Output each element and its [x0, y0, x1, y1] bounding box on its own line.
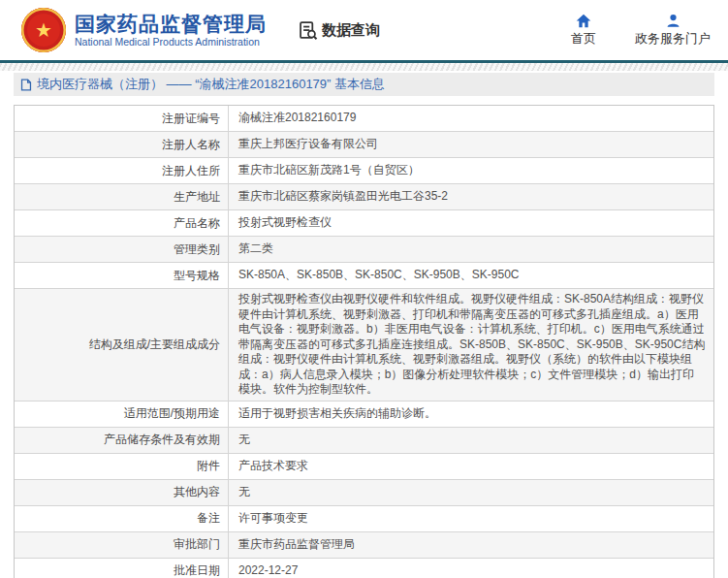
row-label: 附件 — [15, 454, 229, 479]
nav-gov-portal[interactable]: 政务服务门户 — [635, 14, 711, 48]
row-label: 结构及组成/主要组成成分 — [15, 289, 229, 401]
row-label: 生产地址 — [15, 184, 229, 209]
row-label: 管理类别 — [15, 237, 229, 262]
header-nav: 首页 政务服务门户 — [567, 14, 728, 48]
nav-gov-portal-label: 政务服务门户 — [635, 30, 711, 48]
row-label: 注册证编号 — [15, 106, 229, 131]
row-value: SK-850A、SK-850B、SK-850C、SK-950B、SK-950C — [229, 263, 713, 288]
row-value: 重庆上邦医疗设备有限公司 — [229, 132, 713, 157]
nav-home-label: 首页 — [571, 30, 596, 48]
row-value: 无 — [229, 480, 713, 505]
row-value: 重庆市北碚区新茂路1号（自贸区） — [229, 158, 713, 183]
table-row: 注册人住所重庆市北碚区新茂路1号（自贸区） — [15, 158, 713, 184]
home-icon — [576, 14, 591, 28]
registration-info-table: 注册证编号渝械注准20182160179注册人名称重庆上邦医疗设备有限公司注册人… — [14, 105, 714, 578]
table-row: 适用范围/预期用途适用于视野损害相关疾病的辅助诊断。 — [15, 401, 713, 428]
table-row: 注册证编号渝械注准20182160179 — [15, 106, 713, 132]
data-query-button[interactable]: 数据查询 — [298, 20, 380, 41]
main-content: 境内医疗器械（注册） —— “渝械注准20182160179” 基本信息 注册证… — [0, 73, 728, 578]
hatch-band — [0, 63, 728, 71]
document-icon — [20, 79, 32, 91]
table-row: 生产地址重庆市北碚区蔡家岗镇盈田光电工谷35-2 — [15, 184, 713, 210]
row-label: 产品名称 — [15, 210, 229, 236]
breadcrumb: 境内医疗器械（注册） —— “渝械注准20182160179” 基本信息 — [14, 73, 714, 96]
row-label: 适用范围/预期用途 — [15, 401, 229, 427]
site-header: ★ 国家药品监督管理局 National Medical Products Ad… — [0, 0, 728, 60]
nav-home[interactable]: 首页 — [567, 14, 600, 48]
row-label: 产品储存条件及有效期 — [15, 428, 229, 453]
table-row: 型号规格SK-850A、SK-850B、SK-850C、SK-950B、SK-9… — [15, 263, 713, 289]
row-label: 注册人住所 — [15, 158, 229, 183]
table-row: 其他内容无 — [15, 480, 713, 506]
site-subtitle: National Medical Products Administration — [75, 36, 267, 48]
site-title: 国家药品监督管理局 — [75, 13, 267, 36]
row-value: 投射式视野检查仪由视野仪硬件和软件组成。视野仪硬件组成：SK-850A结构组成：… — [229, 289, 713, 401]
row-value: 重庆市北碚区蔡家岗镇盈田光电工谷35-2 — [229, 184, 713, 209]
table-row: 管理类别第二类 — [15, 237, 713, 263]
row-value: 产品技术要求 — [229, 454, 713, 479]
row-value: 许可事项变更 — [229, 506, 713, 531]
row-value: 适用于视野损害相关疾病的辅助诊断。 — [229, 401, 713, 427]
row-label: 备注 — [15, 506, 229, 531]
row-label: 其他内容 — [15, 480, 229, 505]
national-emblem-icon: ★ — [21, 8, 66, 52]
table-row: 批准日期2022-12-27 — [15, 559, 713, 578]
row-value: 投射式视野检查仪 — [229, 210, 713, 236]
table-row: 备注许可事项变更 — [15, 506, 713, 532]
row-value: 2022-12-27 — [229, 559, 713, 578]
table-row: 产品储存条件及有效期无 — [15, 428, 713, 454]
nmpa-logo: ★ 国家药品监督管理局 National Medical Products Ad… — [21, 8, 267, 52]
row-value: 无 — [229, 428, 713, 453]
table-row: 注册人名称重庆上邦医疗设备有限公司 — [15, 132, 713, 158]
table-row: 审批部门重庆市药品监督管理局 — [15, 532, 713, 559]
row-label: 型号规格 — [15, 263, 229, 288]
data-query-icon — [298, 20, 318, 41]
breadcrumb-text: 境内医疗器械（注册） —— “渝械注准20182160179” 基本信息 — [37, 76, 385, 93]
row-value: 渝械注准20182160179 — [229, 106, 713, 131]
user-icon — [666, 14, 681, 28]
logo-text: 国家药品监督管理局 National Medical Products Admi… — [75, 13, 267, 48]
row-label: 审批部门 — [15, 532, 229, 558]
row-label: 注册人名称 — [15, 132, 229, 157]
page: ★ 国家药品监督管理局 National Medical Products Ad… — [0, 0, 728, 578]
row-label: 批准日期 — [15, 559, 229, 578]
table-row: 附件产品技术要求 — [15, 454, 713, 480]
row-value: 第二类 — [229, 237, 713, 262]
data-query-label: 数据查询 — [322, 21, 380, 40]
table-row: 产品名称投射式视野检查仪 — [15, 210, 713, 237]
table-row: 结构及组成/主要组成成分投射式视野检查仪由视野仪硬件和软件组成。视野仪硬件组成：… — [15, 289, 713, 401]
row-value: 重庆市药品监督管理局 — [229, 532, 713, 558]
